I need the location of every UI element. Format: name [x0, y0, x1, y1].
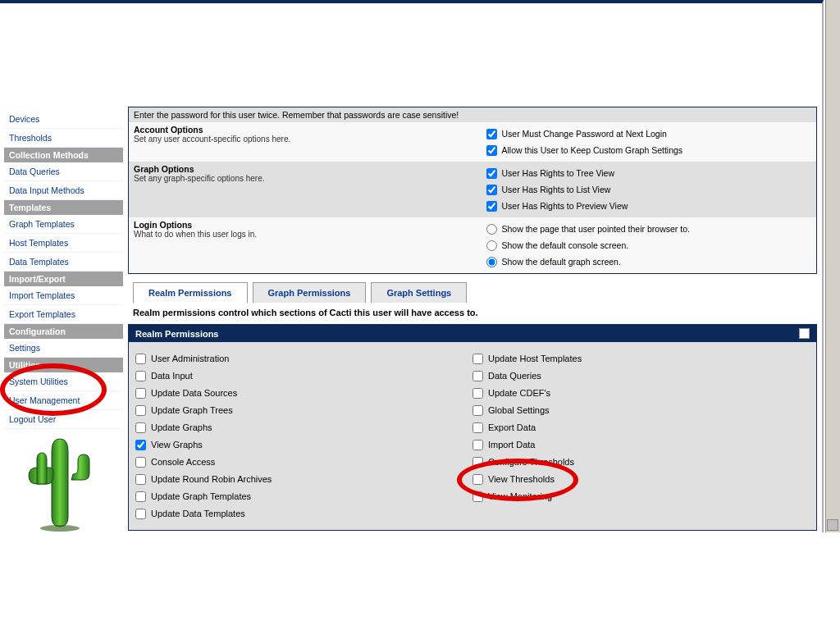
- realm-label: Update Graph Trees: [151, 405, 233, 415]
- login-opt3-label: Show the default graph screen.: [502, 257, 621, 267]
- account-options-title: Account Options: [134, 125, 477, 135]
- realm-checkbox[interactable]: [135, 354, 146, 364]
- nav-header: Collection Methods: [4, 148, 123, 162]
- nav-link[interactable]: Host Templates: [4, 234, 123, 253]
- svg-point-0: [40, 525, 80, 532]
- graph-opt3-label: User Has Rights to Preview View: [502, 201, 628, 211]
- realm-box-header: Realm Permissions: [129, 325, 816, 342]
- realm-checkbox[interactable]: [472, 422, 483, 433]
- account-options-sub: Set any user account-specific options he…: [134, 135, 477, 144]
- nav-header: Configuration: [4, 324, 123, 339]
- realm-checkbox[interactable]: [472, 371, 483, 381]
- realm-label: Update Data Templates: [151, 509, 245, 518]
- realm-label: Update Round Robin Archives: [151, 474, 272, 484]
- realm-col-right: Update Host TemplatesData QueriesUpdate …: [472, 349, 810, 523]
- graph-opt2-checkbox[interactable]: [486, 185, 497, 195]
- realm-col-left: User AdministrationData InputUpdate Data…: [135, 349, 472, 523]
- acct-opt2-label: Allow this User to Keep Custom Graph Set…: [502, 145, 683, 155]
- realm-desc: Realm permissions control which sections…: [133, 308, 817, 317]
- nav-header: Templates: [4, 200, 123, 215]
- realm-checkbox[interactable]: [135, 474, 146, 485]
- nav-link[interactable]: Settings: [4, 339, 123, 358]
- realm-checkbox[interactable]: [135, 422, 146, 433]
- user-form-table: Enter the password for this user twice. …: [128, 107, 817, 274]
- nav-link[interactable]: Thresholds: [4, 129, 123, 148]
- realm-permissions-box: Realm Permissions User AdministrationDat…: [128, 324, 817, 531]
- scrollbar-thumb[interactable]: [827, 519, 838, 531]
- login-opt1-label: Show the page that user pointed their br…: [502, 224, 690, 234]
- realm-checkbox[interactable]: [472, 388, 483, 399]
- realm-label: Console Access: [151, 457, 215, 467]
- graph-opt2-label: User Has Rights to List View: [502, 185, 611, 194]
- realm-checkbox[interactable]: [135, 405, 146, 416]
- login-opt3-radio[interactable]: [486, 257, 497, 267]
- nav-header: Utilities: [4, 358, 123, 372]
- realm-checkbox[interactable]: [135, 491, 146, 502]
- realm-label: Export Data: [488, 422, 536, 432]
- login-options-sub: What to do when this user logs in.: [134, 230, 477, 239]
- login-opt2-radio[interactable]: [486, 240, 497, 251]
- realm-label: Data Queries: [488, 371, 541, 381]
- realm-label: Update Graphs: [151, 422, 212, 432]
- nav-link[interactable]: Data Templates: [4, 253, 123, 272]
- graph-options-title: Graph Options: [134, 164, 477, 174]
- realm-checkbox[interactable]: [135, 509, 146, 519]
- realm-label: Import Data: [488, 440, 535, 450]
- realm-label: View Monitoring: [488, 491, 552, 501]
- realm-label: View Thresholds: [488, 474, 555, 484]
- tab-graph-permissions[interactable]: Graph Permissions: [253, 282, 367, 303]
- nav-link[interactable]: Export Templates: [4, 305, 123, 324]
- realm-label: Update CDEF's: [488, 388, 550, 398]
- left-nav: DevicesThresholdsCollection MethodsData …: [4, 110, 123, 429]
- login-opt2-label: Show the default console screen.: [502, 240, 629, 250]
- permission-tabs: Realm Permissions Graph Permissions Grap…: [133, 282, 817, 303]
- realm-checkbox[interactable]: [472, 491, 483, 502]
- login-options-title: Login Options: [134, 220, 477, 230]
- realm-label: Global Settings: [488, 405, 550, 415]
- graph-options-sub: Set any graph-specific options here.: [134, 174, 477, 183]
- realm-checkbox[interactable]: [472, 474, 483, 485]
- graph-opt1-label: User Has Rights to Tree View: [502, 168, 615, 178]
- acct-opt2-checkbox[interactable]: [486, 145, 497, 156]
- graph-opt1-checkbox[interactable]: [486, 168, 497, 179]
- vertical-scrollbar[interactable]: [825, 0, 840, 532]
- tab-graph-settings[interactable]: Graph Settings: [371, 282, 467, 303]
- realm-label: Data Input: [151, 371, 193, 381]
- realm-checkbox[interactable]: [135, 371, 146, 381]
- realm-label: Update Host Templates: [488, 354, 582, 363]
- realm-checkbox[interactable]: [135, 457, 146, 468]
- nav-link[interactable]: Logout User: [4, 410, 123, 429]
- realm-checkbox[interactable]: [472, 440, 483, 450]
- nav-link[interactable]: User Management: [4, 391, 123, 410]
- nav-link[interactable]: System Utilities: [4, 372, 123, 391]
- main-panel: Enter the password for this user twice. …: [128, 107, 817, 531]
- realm-label: User Administration: [151, 354, 229, 363]
- nav-link[interactable]: Data Input Methods: [4, 181, 123, 200]
- cactus-logo: [21, 435, 94, 533]
- realm-checkbox[interactable]: [135, 388, 146, 399]
- realm-checkbox[interactable]: [472, 457, 483, 468]
- nav-link[interactable]: Data Queries: [4, 162, 123, 181]
- realm-label: Configure Thresholds: [488, 457, 574, 467]
- realm-checkbox[interactable]: [472, 354, 483, 364]
- nav-link[interactable]: Import Templates: [4, 286, 123, 305]
- graph-opt3-checkbox[interactable]: [486, 201, 497, 212]
- realm-label: Update Data Sources: [151, 388, 237, 398]
- tab-realm-permissions[interactable]: Realm Permissions: [133, 282, 248, 303]
- acct-opt1-checkbox[interactable]: [486, 129, 497, 139]
- realm-label: Update Graph Templates: [151, 491, 251, 501]
- realm-toggle-all[interactable]: [799, 328, 810, 339]
- realm-checkbox[interactable]: [135, 440, 146, 450]
- realm-box-title: Realm Permissions: [135, 329, 219, 339]
- nav-link[interactable]: Devices: [4, 110, 123, 129]
- realm-checkbox[interactable]: [472, 405, 483, 416]
- acct-opt1-label: User Must Change Password at Next Login: [502, 129, 667, 139]
- login-opt1-radio[interactable]: [486, 224, 497, 235]
- realm-label: View Graphs: [151, 440, 203, 450]
- nav-header: Import/Export: [4, 272, 123, 286]
- nav-link[interactable]: Graph Templates: [4, 215, 123, 234]
- password-note: Enter the password for this user twice. …: [129, 107, 482, 123]
